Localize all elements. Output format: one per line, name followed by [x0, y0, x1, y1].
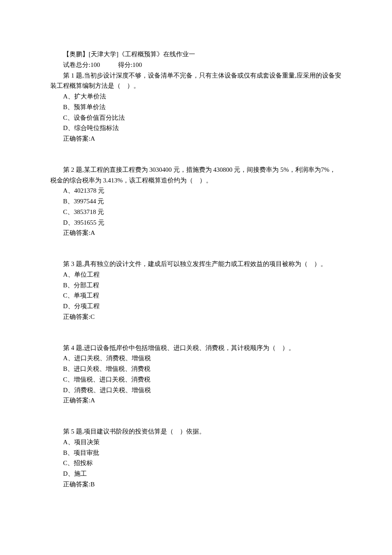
option-d: D、施工	[50, 468, 342, 479]
header-block: 【奥鹏】[天津大学]《工程概预算》在线作业一 试卷总分:100得分:100	[50, 49, 342, 70]
question-stem: 第 2 题,某工程的直接工程费为 3030400 元，措施费为 430800 元…	[50, 165, 342, 186]
option-c: C、3853718 元	[50, 207, 342, 217]
document-page: 【奥鹏】[天津大学]《工程概预算》在线作业一 试卷总分:100得分:100 第 …	[0, 0, 392, 555]
option-a: A、4021378 元	[50, 185, 342, 196]
option-d: D、3951655 元	[50, 217, 342, 228]
option-c: C、增值税、进口关税、消费税	[50, 374, 342, 385]
option-a: A、扩大单价法	[50, 91, 342, 102]
score-total: 试卷总分:100	[63, 61, 100, 68]
option-d: D、综合吨位指标法	[50, 123, 342, 133]
answer-line: 正确答案:A	[50, 133, 342, 144]
document-title: 【奥鹏】[天津大学]《工程概预算》在线作业一	[50, 49, 342, 60]
question-3: 第 3 题,具有独立的设计文件，建成后可以独立发挥生产能力或工程效益的项目被称为…	[50, 259, 342, 322]
option-a: A、项目决策	[50, 437, 342, 448]
option-b: B、分部工程	[50, 280, 342, 291]
question-2: 第 2 题,某工程的直接工程费为 3030400 元，措施费为 430800 元…	[50, 165, 342, 238]
option-b: B、项目审批	[50, 448, 342, 458]
option-b: B、进口关税、增值税、消费税	[50, 364, 342, 374]
option-d: D、分项工程	[50, 301, 342, 312]
option-c: C、招投标	[50, 458, 342, 468]
answer-line: 正确答案:A	[50, 395, 342, 406]
question-1: 第 1 题,当初步设计深度不够，设备清单不完备，只有主体设备或仅有成套设备重量,…	[50, 70, 342, 144]
question-4: 第 4 题,进口设备抵岸价中包括增值税、进口关税、消费税，其计税顺序为（ ）。 …	[50, 343, 342, 406]
option-d: D、消费税、进口关税、增值税	[50, 385, 342, 396]
option-b: B、预算单价法	[50, 102, 342, 113]
question-stem: 第 5 题,项目建议书阶段的投资估算是（ ）依据。	[50, 426, 342, 437]
option-c: C、设备价值百分比法	[50, 113, 342, 123]
score-line: 试卷总分:100得分:100	[50, 60, 342, 70]
option-c: C、单项工程	[50, 290, 342, 301]
answer-line: 正确答案:C	[50, 312, 342, 322]
question-stem: 第 4 题,进口设备抵岸价中包括增值税、进口关税、消费税，其计税顺序为（ ）。	[50, 343, 342, 353]
question-stem: 第 3 题,具有独立的设计文件，建成后可以独立发挥生产能力或工程效益的项目被称为…	[50, 259, 342, 269]
score-got: 得分:100	[118, 61, 142, 68]
answer-line: 正确答案:B	[50, 479, 342, 490]
question-stem: 第 1 题,当初步设计深度不够，设备清单不完备，只有主体设备或仅有成套设备重量,…	[50, 70, 342, 92]
option-a: A、单位工程	[50, 269, 342, 280]
option-b: B、3997544 元	[50, 196, 342, 207]
option-a: A、进口关税、消费税、增值税	[50, 353, 342, 364]
question-5: 第 5 题,项目建议书阶段的投资估算是（ ）依据。 A、项目决策 B、项目审批 …	[50, 426, 342, 490]
answer-line: 正确答案:A	[50, 228, 342, 238]
